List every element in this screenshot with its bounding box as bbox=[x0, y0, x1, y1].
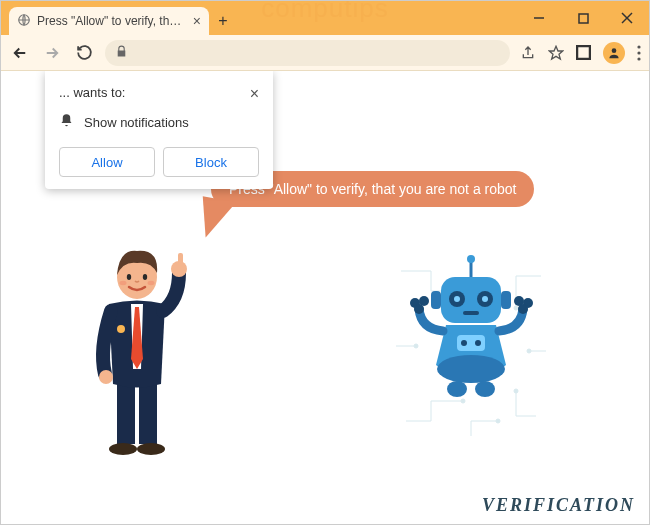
svg-rect-40 bbox=[431, 291, 441, 309]
watermark-text: computips bbox=[261, 0, 389, 24]
speech-bubble-tail bbox=[196, 196, 236, 241]
browser-toolbar bbox=[1, 35, 649, 71]
browser-tab[interactable]: Press "Allow" to verify, that you a × bbox=[9, 7, 209, 35]
svg-rect-6 bbox=[577, 46, 590, 59]
svg-point-32 bbox=[467, 255, 475, 263]
block-button[interactable]: Block bbox=[163, 147, 259, 177]
close-window-button[interactable] bbox=[605, 1, 649, 35]
svg-point-21 bbox=[143, 274, 147, 280]
svg-rect-12 bbox=[139, 379, 157, 444]
svg-point-16 bbox=[99, 370, 113, 384]
tab-title: Press "Allow" to verify, that you a bbox=[37, 14, 187, 28]
tab-close-icon[interactable]: × bbox=[193, 13, 201, 29]
svg-point-45 bbox=[475, 340, 481, 346]
bell-icon bbox=[59, 113, 74, 131]
svg-point-7 bbox=[612, 48, 617, 53]
prompt-permission-label: Show notifications bbox=[84, 115, 189, 130]
svg-point-29 bbox=[414, 344, 418, 348]
reload-button[interactable] bbox=[73, 42, 95, 64]
svg-point-14 bbox=[137, 443, 165, 455]
extensions-icon[interactable] bbox=[576, 45, 591, 60]
allow-button[interactable]: Allow bbox=[59, 147, 155, 177]
svg-point-44 bbox=[461, 340, 467, 346]
svg-point-27 bbox=[514, 389, 518, 393]
svg-point-51 bbox=[518, 304, 528, 314]
svg-point-37 bbox=[454, 296, 460, 302]
svg-point-53 bbox=[475, 381, 495, 397]
profile-avatar[interactable] bbox=[603, 42, 625, 64]
svg-marker-5 bbox=[549, 46, 562, 59]
svg-point-23 bbox=[148, 281, 155, 285]
svg-point-8 bbox=[637, 45, 640, 48]
svg-rect-39 bbox=[463, 311, 479, 315]
back-button[interactable] bbox=[9, 42, 31, 64]
notification-prompt: ... wants to: × Show notifications Allow… bbox=[45, 71, 273, 189]
svg-rect-41 bbox=[501, 291, 511, 309]
robot-illustration bbox=[391, 251, 551, 445]
svg-rect-11 bbox=[117, 379, 135, 444]
menu-icon[interactable] bbox=[637, 45, 641, 61]
prompt-origin-text: ... wants to: bbox=[59, 85, 125, 103]
svg-point-13 bbox=[109, 443, 137, 455]
prompt-close-icon[interactable]: × bbox=[250, 85, 259, 103]
svg-point-38 bbox=[482, 296, 488, 302]
new-tab-button[interactable]: + bbox=[209, 7, 237, 35]
businessman-illustration bbox=[79, 229, 199, 463]
page-content: ... wants to: × Show notifications Allow… bbox=[1, 71, 649, 524]
address-bar[interactable] bbox=[105, 40, 510, 66]
svg-rect-2 bbox=[579, 14, 588, 23]
svg-point-22 bbox=[120, 281, 127, 285]
svg-point-28 bbox=[496, 419, 500, 423]
minimize-button[interactable] bbox=[517, 1, 561, 35]
window-titlebar: computips Press "Allow" to verify, that … bbox=[1, 1, 649, 35]
svg-point-10 bbox=[637, 57, 640, 60]
svg-point-48 bbox=[414, 304, 424, 314]
svg-point-20 bbox=[127, 274, 131, 280]
bookmark-star-icon[interactable] bbox=[548, 45, 564, 61]
svg-point-52 bbox=[447, 381, 467, 397]
globe-icon bbox=[17, 13, 31, 30]
svg-rect-18 bbox=[178, 253, 183, 269]
verification-footer: VERIFICATION bbox=[482, 495, 635, 516]
svg-point-26 bbox=[461, 399, 465, 403]
svg-point-25 bbox=[514, 306, 518, 310]
forward-button[interactable] bbox=[41, 42, 63, 64]
svg-point-15 bbox=[117, 325, 125, 333]
svg-point-42 bbox=[437, 355, 505, 383]
svg-point-9 bbox=[637, 51, 640, 54]
share-icon[interactable] bbox=[520, 45, 536, 61]
svg-point-30 bbox=[527, 349, 531, 353]
maximize-button[interactable] bbox=[561, 1, 605, 35]
lock-icon bbox=[115, 44, 128, 62]
